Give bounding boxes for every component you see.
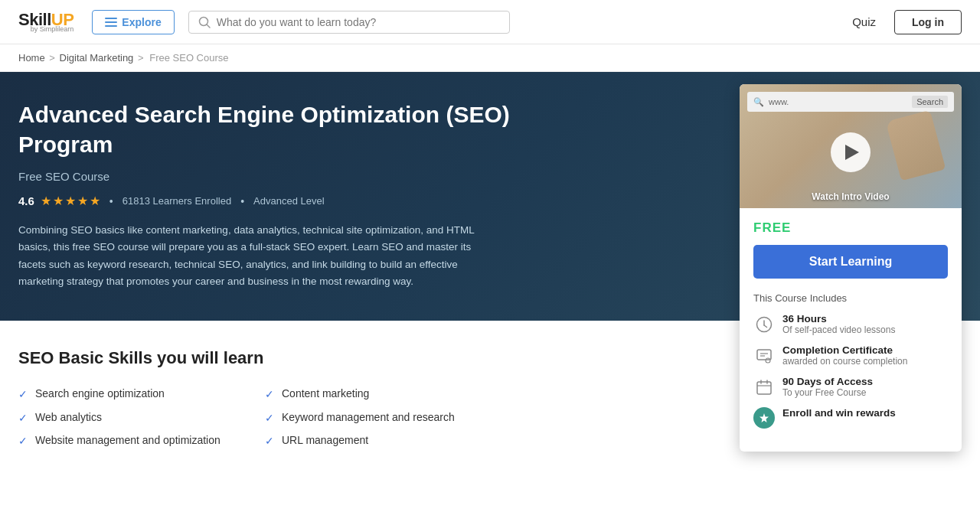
include-certificate: Completion Certificate awarded on course… [753,344,948,367]
check-icon-5: ✓ [18,434,28,449]
breadcrumb-sep2: > [138,52,144,64]
browser-search-btn: Search [912,96,948,108]
play-triangle-icon [845,145,859,160]
logo: Skill UP by Simplilearn [18,11,74,33]
include-rewards-title: Enroll and win rewards [782,407,896,419]
skill-item-1: ✓ Search engine optimization [18,386,247,403]
free-label: FREE [753,220,948,236]
start-learning-button[interactable]: Start Learning [753,245,948,279]
header-right: Quiz Log in [852,10,962,34]
skill-label-3: Web analytics [35,410,102,426]
certificate-icon [753,345,775,367]
breadcrumb-current: Free SEO Course [149,52,228,64]
course-card: 🔍 www. Search Watch Intro Video FREE Sta… [740,84,962,452]
browser-bar: 🔍 www. Search [747,92,954,112]
search-icon [198,16,211,28]
star-3: ★ [65,194,76,208]
rating-number: 4.6 [18,194,34,207]
include-access: 90 Days of Access To your Free Course [753,376,948,398]
star-rating: ★ ★ ★ ★ ★ [41,194,100,208]
skill-item-4: ✓ Keyword management and research [265,410,493,426]
logo-sub: by Simplilearn [31,25,74,33]
breadcrumb-sep1: > [49,52,55,64]
course-level: Advanced Level [253,195,325,207]
star-5: ★ [90,194,100,208]
play-button[interactable] [831,132,871,172]
skill-label-2: Content marketing [282,386,369,402]
skill-label-6: URL management [282,433,368,448]
skill-label-4: Keyword management and research [282,410,455,426]
svg-marker-16 [760,413,769,422]
include-hours-title: 36 Hours [782,313,895,324]
browser-url: www. [769,97,907,106]
breadcrumb-home[interactable]: Home [18,52,45,64]
svg-rect-1 [105,21,117,23]
search-input[interactable] [217,16,500,28]
breadcrumb-digital-marketing[interactable]: Digital Marketing [60,52,134,64]
skill-item-6: ✓ URL management [265,433,493,449]
include-hours: 36 Hours Of self-paced video lessons [753,313,948,335]
reward-icon [753,407,775,429]
hero-content: Advanced Search Engine Optimization (SEO… [18,99,539,290]
hero-section: Advanced Search Engine Optimization (SEO… [0,72,980,321]
course-description: Combining SEO basics like content market… [18,222,478,290]
svg-line-7 [764,325,767,328]
menu-icon [105,18,117,27]
star-2: ★ [53,194,64,208]
explore-button[interactable]: Explore [92,10,174,34]
includes-title: This Course Includes [753,292,948,304]
star-4: ★ [77,194,88,208]
skill-label-1: Search engine optimization [35,386,165,402]
calendar-icon [753,377,775,398]
include-access-title: 90 Days of Access [782,376,873,387]
skill-label-5: Website management and optimization [35,433,220,448]
svg-line-4 [207,24,210,28]
course-title: Advanced Search Engine Optimization (SEO… [18,99,514,159]
check-icon-6: ✓ [265,434,274,449]
star-1: ★ [41,194,51,208]
svg-rect-2 [105,25,117,27]
header: Skill UP by Simplilearn Explore Quiz Log… [0,0,980,44]
browser-search-icon: 🔍 [753,97,764,107]
breadcrumb: Home > Digital Marketing > Free SEO Cour… [0,44,980,72]
include-certificate-text: Completion Certificate awarded on course… [782,344,907,367]
explore-label: Explore [122,16,161,28]
quiz-link[interactable]: Quiz [852,15,876,28]
course-subtitle: Free SEO Course [18,170,514,183]
skills-grid: ✓ Search engine optimization ✓ Content m… [18,386,493,449]
include-hours-text: 36 Hours Of self-paced video lessons [782,313,895,335]
card-body: FREE Start Learning This Course Includes… [740,208,962,452]
card-video: 🔍 www. Search Watch Intro Video [740,84,962,208]
svg-point-11 [766,358,770,363]
learners-count: 61813 Learners Enrolled [122,195,231,207]
include-certificate-title: Completion Certificate [782,344,907,356]
include-access-sub: To your Free Course [782,387,873,398]
skill-item-2: ✓ Content marketing [265,386,493,403]
check-icon-4: ✓ [265,411,274,426]
skill-item-3: ✓ Web analytics [18,410,247,426]
include-hours-sub: Of self-paced video lessons [782,324,895,335]
svg-rect-0 [105,18,117,19]
watch-intro-label: Watch Intro Video [740,191,962,202]
svg-rect-12 [757,382,771,394]
skills-title: SEO Basic Skills you will learn [18,348,594,368]
check-icon-3: ✓ [18,411,28,426]
include-rewards: Enroll and win rewards [753,407,948,429]
check-icon-2: ✓ [265,387,274,403]
check-icon-1: ✓ [18,387,28,403]
include-certificate-sub: awarded on course completion [782,356,907,367]
rating-row: 4.6 ★ ★ ★ ★ ★ • 61813 Learners Enrolled … [18,194,514,208]
clock-icon [753,314,775,335]
dot-sep1: • [109,195,113,207]
include-access-text: 90 Days of Access To your Free Course [782,376,873,398]
search-bar [188,11,510,34]
main-section: SEO Basic Skills you will learn ✓ Search… [0,321,612,480]
skill-item-5: ✓ Website management and optimization [18,433,247,449]
dot-sep2: • [240,195,244,207]
login-button[interactable]: Log in [894,10,962,34]
include-rewards-text: Enroll and win rewards [782,407,896,419]
